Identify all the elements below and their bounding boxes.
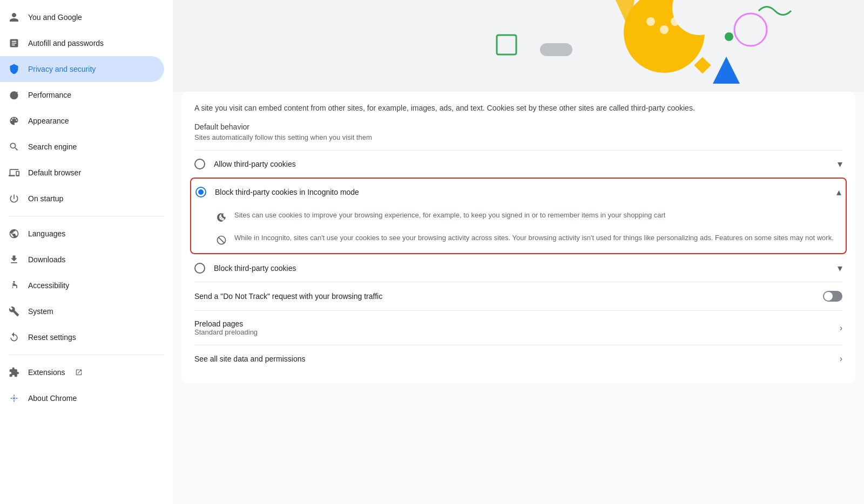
reset-icon <box>9 332 19 343</box>
sidebar: You and Google Autofill and passwords Pr… <box>0 0 173 504</box>
sidebar-item-reset-settings[interactable]: Reset settings <box>0 324 164 350</box>
nav-divider <box>9 216 164 216</box>
preload-pages-subtitle: Standard preloading <box>194 328 831 336</box>
site-data-label-container: See all site data and permissions <box>194 355 831 363</box>
sidebar-item-you-and-google[interactable]: You and Google <box>0 4 164 30</box>
sidebar-item-languages[interactable]: Languages <box>0 221 164 247</box>
search-icon <box>9 141 19 152</box>
sidebar-item-label: Reset settings <box>28 333 76 342</box>
cookies-content-section: A site you visit can embed content from … <box>181 92 855 383</box>
sidebar-item-label: About Chrome <box>28 394 77 403</box>
do-not-track-label-container: Send a "Do Not Track" request with your … <box>194 292 814 301</box>
sidebar-item-system[interactable]: System <box>0 298 164 324</box>
block-all-label: Block third-party cookies <box>214 264 829 273</box>
person-icon <box>9 12 19 23</box>
incognito-detail-2: While in Incognito, sites can't use your… <box>195 230 841 253</box>
preload-pages-label-container: Preload pages Standard preloading <box>194 319 831 336</box>
main-content: A site you visit can embed content from … <box>173 0 864 504</box>
svg-point-10 <box>725 32 733 41</box>
incognito-detail-text-2: While in Incognito, sites can't use your… <box>234 233 834 243</box>
browser-icon <box>9 167 19 178</box>
site-data-row[interactable]: See all site data and permissions › <box>194 345 842 372</box>
block-incognito-box: Block third-party cookies in Incognito m… <box>190 178 847 254</box>
incognito-detail-text-1: Sites can use cookies to improve your br… <box>234 210 665 221</box>
incognito-detail-1: Sites can use cookies to improve your br… <box>195 206 841 230</box>
svg-point-0 <box>13 281 15 283</box>
speed-icon <box>9 90 19 100</box>
preload-pages-title: Preload pages <box>194 319 831 328</box>
default-behavior-label: Default behavior <box>194 122 842 131</box>
allow-cookies-option[interactable]: Allow third-party cookies ▾ <box>194 150 842 178</box>
svg-point-4 <box>660 25 669 34</box>
svg-rect-7 <box>694 57 711 73</box>
allow-cookies-chevron: ▾ <box>838 158 842 170</box>
block-incognito-option[interactable]: Block third-party cookies in Incognito m… <box>195 179 841 206</box>
shield-icon <box>9 64 19 74</box>
puzzle-icon <box>9 367 19 378</box>
hero-section <box>173 0 864 92</box>
download-icon <box>9 254 19 265</box>
sidebar-item-accessibility[interactable]: Accessibility <box>0 273 164 298</box>
sidebar-item-label: You and Google <box>28 13 82 22</box>
cookies-description: A site you visit can embed content from … <box>194 103 842 114</box>
block-all-chevron: ▾ <box>838 262 842 274</box>
wrench-icon <box>9 306 19 317</box>
power-icon <box>9 193 19 204</box>
site-data-arrow: › <box>840 354 842 364</box>
sidebar-item-default-browser[interactable]: Default browser <box>0 160 164 186</box>
chrome-icon <box>9 393 19 404</box>
sidebar-item-autofill[interactable]: Autofill and passwords <box>0 30 164 56</box>
sidebar-item-label: Extensions <box>28 368 65 377</box>
block-incognito-chevron: ▴ <box>836 186 841 198</box>
sidebar-item-label: Default browser <box>28 168 81 177</box>
sidebar-item-privacy[interactable]: Privacy and security <box>0 56 164 82</box>
sidebar-item-on-startup[interactable]: On startup <box>0 186 164 212</box>
svg-point-9 <box>734 13 767 46</box>
receipt-icon <box>9 38 19 49</box>
sidebar-item-label: Downloads <box>28 255 65 264</box>
svg-rect-11 <box>540 43 572 56</box>
site-data-title: See all site data and permissions <box>194 355 831 363</box>
hero-shapes <box>173 0 864 92</box>
sidebar-item-about-chrome[interactable]: About Chrome <box>0 385 164 411</box>
sidebar-item-label: Appearance <box>28 117 69 125</box>
cookie-detail-icon <box>215 211 228 224</box>
sidebar-item-performance[interactable]: Performance <box>0 82 164 108</box>
sidebar-item-extensions[interactable]: Extensions <box>0 359 164 385</box>
block-detail-icon <box>215 234 228 247</box>
sidebar-item-label: On startup <box>28 194 63 203</box>
sidebar-item-label: Search engine <box>28 142 77 151</box>
do-not-track-toggle[interactable] <box>823 291 842 302</box>
sidebar-item-label: Languages <box>28 229 65 238</box>
sidebar-item-label: Autofill and passwords <box>28 39 104 47</box>
preload-pages-row[interactable]: Preload pages Standard preloading › <box>194 310 842 345</box>
allow-cookies-label: Allow third-party cookies <box>214 160 829 168</box>
sidebar-item-label: Performance <box>28 91 71 99</box>
sidebar-item-downloads[interactable]: Downloads <box>0 247 164 273</box>
sidebar-item-label: System <box>28 307 53 316</box>
sidebar-item-label: Accessibility <box>28 281 69 290</box>
block-incognito-radio[interactable] <box>195 187 206 197</box>
preload-pages-arrow: › <box>840 323 842 333</box>
sidebar-item-label: Privacy and security <box>28 65 96 73</box>
sidebar-item-search-engine[interactable]: Search engine <box>0 134 164 160</box>
accessibility-icon <box>9 280 19 291</box>
palette-icon <box>9 115 19 126</box>
sidebar-item-appearance[interactable]: Appearance <box>0 108 164 134</box>
block-all-radio[interactable] <box>194 263 205 274</box>
block-all-option[interactable]: Block third-party cookies ▾ <box>194 254 842 282</box>
svg-rect-12 <box>497 35 516 55</box>
globe-icon <box>9 228 19 239</box>
svg-marker-8 <box>713 57 740 84</box>
external-link-icon <box>73 367 84 378</box>
default-behavior-subtext: Sites automatically follow this setting … <box>194 133 842 141</box>
nav-divider-2 <box>9 355 164 355</box>
allow-cookies-radio[interactable] <box>194 159 205 169</box>
block-incognito-label: Block third-party cookies in Incognito m… <box>215 188 828 196</box>
svg-point-3 <box>646 17 655 26</box>
do-not-track-row: Send a "Do Not Track" request with your … <box>194 282 842 310</box>
do-not-track-title: Send a "Do Not Track" request with your … <box>194 292 814 301</box>
